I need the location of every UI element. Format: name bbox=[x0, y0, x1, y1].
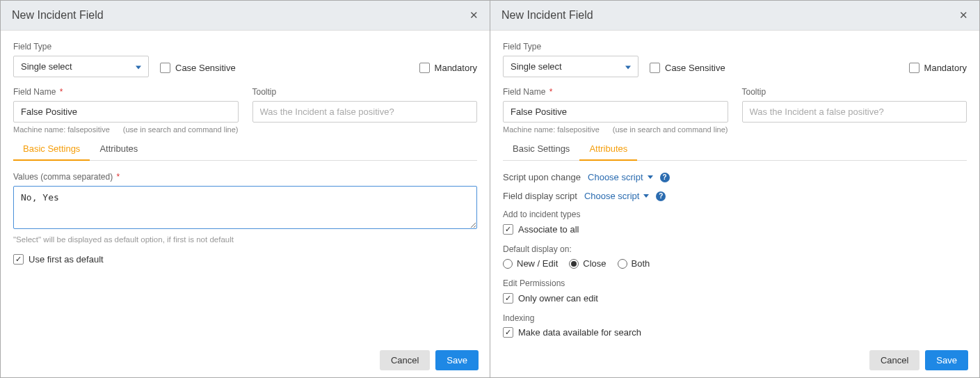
help-icon[interactable]: ? bbox=[656, 191, 666, 201]
radio-close[interactable]: Close bbox=[569, 258, 606, 269]
tab-attributes[interactable]: Attributes bbox=[579, 138, 637, 161]
close-icon[interactable]: ✕ bbox=[959, 9, 968, 22]
field-type-label: Field Type bbox=[13, 42, 149, 52]
field-name-label: Field Name * bbox=[503, 87, 728, 97]
machine-name-hint: (use in search and command line) bbox=[613, 125, 728, 134]
default-display-label: Default display on: bbox=[503, 244, 967, 254]
dialog-right: New Incident Field ✕ Field Type Single s… bbox=[490, 0, 980, 378]
radio-both[interactable]: Both bbox=[618, 258, 650, 269]
mandatory-checkbox[interactable]: Mandatory bbox=[419, 63, 477, 73]
save-button[interactable]: Save bbox=[435, 350, 479, 370]
close-icon[interactable]: ✕ bbox=[469, 9, 479, 22]
dialog-header: New Incident Field ✕ bbox=[490, 1, 979, 31]
dialog-title: New Incident Field bbox=[501, 9, 593, 22]
field-type-group: Field Type Single select bbox=[503, 42, 638, 77]
cancel-button[interactable]: Cancel bbox=[869, 350, 919, 370]
field-type-label: Field Type bbox=[503, 42, 638, 52]
tab-attributes[interactable]: Attributes bbox=[90, 138, 147, 161]
cancel-button[interactable]: Cancel bbox=[380, 350, 430, 370]
case-sensitive-checkbox[interactable]: Case Sensitive bbox=[650, 63, 725, 73]
use-first-default-label: Use first as default bbox=[29, 254, 104, 265]
tooltip-label: Tooltip bbox=[252, 87, 478, 97]
radio-new-edit[interactable]: New / Edit bbox=[503, 258, 558, 269]
dialog-footer: Cancel Save bbox=[1, 342, 490, 377]
tab-basic-settings[interactable]: Basic Settings bbox=[503, 138, 579, 161]
field-type-group: Field Type Single select bbox=[13, 42, 149, 77]
machine-name-text: Machine name: falsepositive bbox=[13, 125, 110, 134]
dialog-body: Field Type Single select Case Sensitive … bbox=[1, 31, 490, 342]
indexing-label: Indexing bbox=[503, 313, 967, 323]
script-upon-change-label: Script upon change bbox=[503, 172, 581, 182]
mandatory-label: Mandatory bbox=[924, 63, 967, 73]
make-search-checkbox[interactable]: Make data available for search bbox=[503, 327, 967, 338]
default-display-radio-group: New / Edit Close Both bbox=[503, 258, 967, 269]
mandatory-checkbox[interactable]: Mandatory bbox=[909, 63, 967, 73]
dialog-header: New Incident Field ✕ bbox=[1, 1, 490, 31]
case-sensitive-checkbox[interactable]: Case Sensitive bbox=[160, 63, 236, 73]
field-type-select[interactable]: Single select bbox=[13, 56, 149, 77]
save-button[interactable]: Save bbox=[925, 350, 968, 370]
dialog-title: New Incident Field bbox=[12, 9, 104, 22]
case-sensitive-label: Case Sensitive bbox=[665, 63, 725, 73]
only-owner-label: Only owner can edit bbox=[518, 293, 598, 304]
field-name-label: Field Name * bbox=[13, 87, 239, 97]
tooltip-input[interactable] bbox=[252, 101, 478, 123]
add-to-incident-types-label: Add to incident types bbox=[503, 210, 967, 219]
dialog-left: New Incident Field ✕ Field Type Single s… bbox=[0, 0, 490, 378]
values-hint: "Select" will be displayed as default op… bbox=[13, 235, 477, 244]
field-name-input[interactable] bbox=[13, 101, 239, 123]
field-display-script-label: Field display script bbox=[503, 191, 577, 201]
tab-basic-settings[interactable]: Basic Settings bbox=[13, 138, 90, 161]
field-name-input[interactable] bbox=[503, 101, 728, 123]
dialog-body: Field Type Single select Case Sensitive … bbox=[490, 31, 979, 342]
tabs: Basic Settings Attributes bbox=[13, 138, 477, 161]
case-sensitive-label: Case Sensitive bbox=[175, 63, 236, 73]
tooltip-input[interactable] bbox=[742, 101, 967, 123]
values-textarea[interactable] bbox=[13, 186, 477, 229]
help-icon[interactable]: ? bbox=[660, 173, 670, 182]
choose-script-link[interactable]: Choose script bbox=[588, 172, 652, 182]
dialog-footer: Cancel Save bbox=[490, 342, 979, 377]
associate-to-all-label: Associate to all bbox=[518, 224, 579, 235]
only-owner-checkbox[interactable]: Only owner can edit bbox=[503, 293, 598, 304]
mandatory-label: Mandatory bbox=[435, 63, 477, 73]
choose-script-link[interactable]: Choose script bbox=[584, 191, 649, 201]
tooltip-label: Tooltip bbox=[742, 87, 967, 97]
associate-to-all-checkbox[interactable]: Associate to all bbox=[503, 224, 579, 235]
edit-permissions-label: Edit Permissions bbox=[503, 278, 967, 288]
make-search-label: Make data available for search bbox=[518, 327, 641, 338]
values-label: Values (comma separated) * bbox=[13, 172, 477, 182]
machine-name-hint: (use in search and command line) bbox=[123, 125, 239, 134]
field-type-select[interactable]: Single select bbox=[503, 56, 638, 77]
use-first-default-checkbox[interactable]: Use first as default bbox=[13, 254, 104, 265]
machine-name-text: Machine name: falsepositive bbox=[503, 125, 600, 134]
tabs: Basic Settings Attributes bbox=[503, 138, 967, 161]
